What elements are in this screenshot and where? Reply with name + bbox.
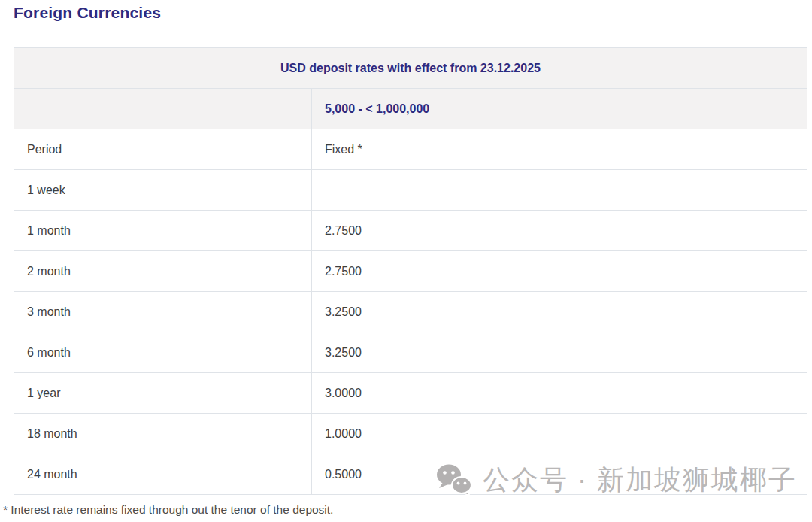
- table-row: 2 month 2.7500: [14, 251, 807, 292]
- amount-tier-header: 5,000 - < 1,000,000: [312, 89, 807, 129]
- amount-tier-row: 5,000 - < 1,000,000: [14, 89, 807, 129]
- table-row: 24 month 0.5000: [14, 454, 807, 495]
- amount-tier-empty-cell: [14, 89, 312, 129]
- table-row: 1 week: [14, 170, 807, 211]
- period-column-header: Period: [14, 129, 312, 170]
- rate-column-header: Fixed *: [312, 129, 807, 170]
- rate-cell: 2.7500: [312, 211, 807, 251]
- table-caption-row: USD deposit rates with effect from 23.12…: [14, 48, 807, 89]
- page-title: Foreign Currencies: [14, 4, 161, 22]
- period-cell: 1 month: [14, 211, 312, 251]
- column-header-row: Period Fixed *: [14, 129, 807, 170]
- period-cell: 24 month: [14, 454, 312, 495]
- rate-cell: 3.0000: [312, 373, 807, 414]
- table-row: 18 month 1.0000: [14, 414, 807, 454]
- table-row: 1 month 2.7500: [14, 211, 807, 251]
- period-cell: 1 year: [14, 373, 312, 414]
- rate-cell: 2.7500: [312, 251, 807, 292]
- table-row: 6 month 3.2500: [14, 332, 807, 373]
- rate-cell: 0.5000: [312, 454, 807, 495]
- period-cell: 18 month: [14, 414, 312, 454]
- period-cell: 2 month: [14, 251, 312, 292]
- rate-cell: [312, 170, 807, 211]
- rate-cell: 3.2500: [312, 292, 807, 332]
- table-row: 3 month 3.2500: [14, 292, 807, 332]
- table-row: 1 year 3.0000: [14, 373, 807, 414]
- period-cell: 1 week: [14, 170, 312, 211]
- rate-cell: 1.0000: [312, 414, 807, 454]
- period-cell: 6 month: [14, 332, 312, 373]
- footnote: * Interest rate remains fixed through ou…: [3, 503, 333, 517]
- table-caption: USD deposit rates with effect from 23.12…: [14, 48, 807, 89]
- usd-deposit-rates-table: USD deposit rates with effect from 23.12…: [14, 47, 807, 495]
- period-cell: 3 month: [14, 292, 312, 332]
- rate-cell: 3.2500: [312, 332, 807, 373]
